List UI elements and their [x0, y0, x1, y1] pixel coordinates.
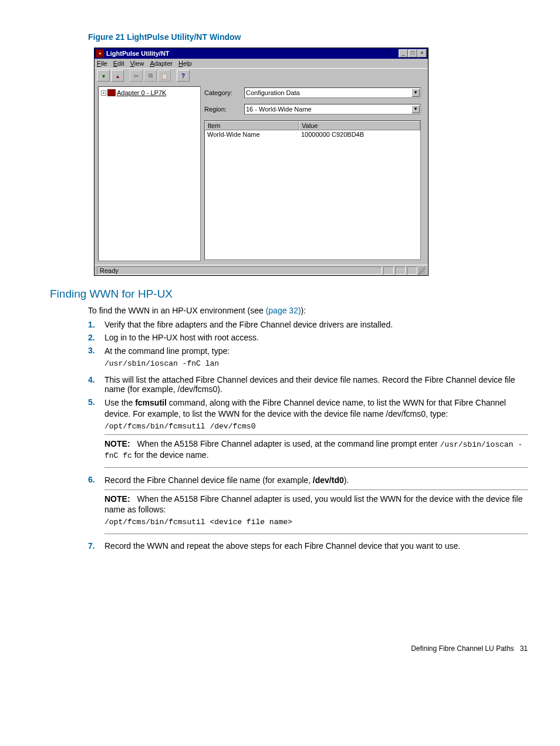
- step-7: 7. Record the WWN and repeat the above s…: [88, 541, 528, 551]
- status-text: Ready: [97, 266, 382, 275]
- app-icon: ✦: [96, 49, 104, 58]
- text: ).: [344, 475, 349, 485]
- minimize-button[interactable]: _: [399, 49, 408, 58]
- menu-adapter[interactable]: Adapter: [150, 60, 173, 67]
- window-title: LightPulse Utility/NT: [106, 50, 399, 57]
- section-heading: Finding WWN for HP-UX: [50, 288, 528, 301]
- menu-help[interactable]: Help: [178, 60, 192, 67]
- cell-item: World-Wide Name: [207, 131, 301, 138]
- status-pane: [407, 266, 417, 275]
- menu-file[interactable]: File: [97, 60, 107, 67]
- expand-icon[interactable]: +: [101, 90, 106, 96]
- step-content: Record the WWN and repeat the above step…: [104, 541, 528, 551]
- footer-text: Defining Fibre Channel LU Paths: [411, 644, 514, 653]
- resize-grip-icon[interactable]: [417, 266, 426, 275]
- bold-term: fcmsutil: [135, 398, 167, 407]
- toolbar-btn-2[interactable]: ▴: [111, 70, 124, 82]
- step-content: At the command line prompt, type:: [104, 346, 528, 357]
- item-listview[interactable]: Item Value World-Wide Name 10000000 C920…: [204, 120, 421, 260]
- step-1: 1. Verify that the fibre adapters and th…: [88, 320, 528, 329]
- step-3: 3. At the command line prompt, type: /us…: [88, 346, 528, 372]
- step-number: 6.: [88, 475, 104, 538]
- titlebar: ✦ LightPulse Utility/NT _ □ ×: [95, 48, 428, 59]
- note-text-b: for the device name.: [132, 450, 209, 460]
- copy-button[interactable]: ⧉: [144, 70, 157, 82]
- paste-icon: 📋: [161, 73, 168, 79]
- col-item[interactable]: Item: [205, 121, 299, 130]
- step-content: Use the fcmsutil command, along with the…: [104, 397, 528, 420]
- adapter-tree[interactable]: + Adapter 0 - LP7K: [98, 86, 201, 261]
- tree-item-adapter0[interactable]: + Adapter 0 - LP7K: [101, 89, 198, 96]
- text: Record the Fibre Channel device file nam…: [104, 475, 313, 485]
- step-5: 5. Use the fcmsutil command, along with …: [88, 397, 528, 471]
- screenshot-figure: ✦ LightPulse Utility/NT _ □ × File Edit …: [94, 48, 528, 276]
- listview-header: Item Value: [205, 121, 420, 130]
- step-4: 4. This will list the attached Fibre Cha…: [88, 375, 528, 394]
- step-content: Log in to the HP-UX host with root acces…: [104, 333, 528, 342]
- steps-list: 1. Verify that the fibre adapters and th…: [88, 320, 528, 551]
- figure-caption: Figure 21 LightPulse Utility/NT Window: [88, 32, 528, 42]
- region-combo[interactable]: 16 - World-Wide Name ▼: [244, 104, 421, 114]
- step-number: 4.: [88, 375, 104, 394]
- paste-button[interactable]: 📋: [158, 70, 171, 82]
- lightpulse-window: ✦ LightPulse Utility/NT _ □ × File Edit …: [94, 48, 429, 276]
- menu-view[interactable]: View: [130, 60, 144, 67]
- text: Use the: [104, 398, 135, 407]
- toolbar: ▾ ▴ ✂ ⧉ 📋 ?: [95, 68, 428, 83]
- intro-paragraph: To find the WWN in an HP-UX environment …: [88, 305, 528, 316]
- intro-text-b: ):: [301, 306, 306, 315]
- note-text: When the A5158 Fibre Channel adapter is …: [104, 494, 522, 515]
- status-pane: [383, 266, 394, 275]
- step-number: 5.: [88, 397, 104, 471]
- category-combo[interactable]: Configuration Data ▼: [244, 87, 421, 98]
- category-label: Category:: [204, 89, 239, 96]
- step-2: 2. Log in to the HP-UX host with root ac…: [88, 333, 528, 342]
- close-button[interactable]: ×: [417, 49, 427, 58]
- tree-item-label: Adapter 0 - LP7K: [117, 89, 166, 96]
- step-content: Record the Fibre Channel device file nam…: [104, 475, 528, 486]
- help-button[interactable]: ?: [177, 70, 190, 82]
- step-number: 3.: [88, 346, 104, 372]
- code-block: /opt/fcms/bin/fcmsutil /dev/fcms0: [104, 422, 528, 431]
- chevron-down-icon[interactable]: ▼: [411, 89, 420, 97]
- page-link[interactable]: (page 32): [266, 306, 301, 315]
- list-row[interactable]: World-Wide Name 10000000 C920BD4B: [205, 130, 420, 139]
- intro-text: To find the WWN in an HP-UX environment …: [88, 306, 266, 315]
- chevron-down-icon[interactable]: ▼: [411, 105, 420, 113]
- status-pane: [395, 266, 406, 275]
- toolbar-btn-1[interactable]: ▾: [97, 70, 110, 82]
- copy-icon: ⧉: [149, 72, 153, 79]
- step-number: 7.: [88, 541, 104, 551]
- maximize-button[interactable]: □: [408, 49, 417, 58]
- bold-term: /dev/td0: [313, 475, 344, 485]
- col-value[interactable]: Value: [299, 121, 420, 130]
- cut-button[interactable]: ✂: [130, 70, 143, 82]
- statusbar: Ready: [95, 265, 428, 275]
- cut-icon: ✂: [134, 73, 139, 79]
- note-text: When the A5158 Fibre Channel adapter is …: [137, 439, 440, 448]
- step-number: 1.: [88, 320, 104, 329]
- page-footer: Defining Fibre Channel LU Paths 31: [50, 644, 528, 653]
- cell-value: 10000000 C920BD4B: [301, 131, 418, 138]
- step-content: Verify that the fibre adapters and the F…: [104, 320, 528, 329]
- step-number: 2.: [88, 333, 104, 342]
- note-block: NOTE:When the A5158 Fibre Channel adapte…: [104, 434, 528, 468]
- menu-edit[interactable]: Edit: [113, 60, 124, 67]
- note-block: NOTE:When the A5158 Fibre Channel adapte…: [104, 490, 528, 535]
- region-value: 16 - World-Wide Name: [246, 106, 312, 113]
- note-label: NOTE:: [104, 439, 130, 448]
- note-label: NOTE:: [104, 494, 130, 504]
- step-6: 6. Record the Fibre Channel device file …: [88, 475, 528, 538]
- floppy-down-icon: ▾: [102, 73, 105, 79]
- adapter-icon: [107, 89, 116, 96]
- code-block: /opt/fcms/bin/fcmsutil <device file name…: [104, 518, 528, 526]
- menubar: File Edit View Adapter Help: [95, 59, 428, 68]
- code-block: /usr/sbin/ioscan -fnC lan: [104, 359, 528, 368]
- page-number: 31: [520, 644, 528, 653]
- floppy-up-icon: ▴: [116, 73, 119, 79]
- step-content: This will list the attached Fibre Channe…: [104, 375, 528, 394]
- region-label: Region:: [204, 106, 239, 113]
- help-icon: ?: [181, 73, 185, 79]
- category-value: Configuration Data: [246, 89, 300, 96]
